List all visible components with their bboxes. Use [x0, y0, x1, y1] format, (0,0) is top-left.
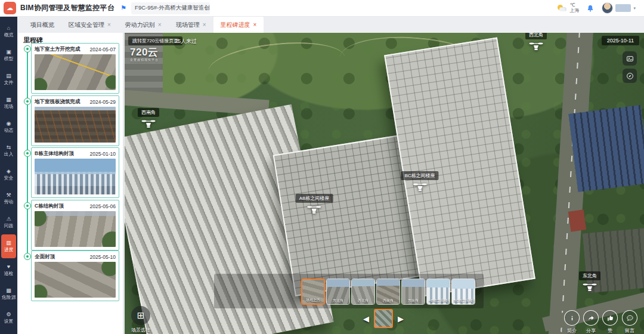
- compass-icon: [626, 72, 634, 80]
- hotspot-northeast-corner[interactable]: 东北角: [579, 271, 600, 293]
- bar-chart-icon: ▥: [6, 240, 11, 246]
- capture-date-button[interactable]: 2025-10-11: [602, 36, 639, 45]
- aerial-panorama-viewer[interactable]: 跳转至720云链接页面 25人来过 720云全景虚拟现实平台 2025-10-1…: [125, 33, 644, 334]
- hotspot-between-bc[interactable]: BC栋之间楼座: [401, 171, 438, 193]
- scene-thumb-site-top[interactable]: 场地上方: [301, 279, 325, 305]
- picture-icon: [626, 55, 634, 63]
- logo-tagline: 全景虚拟现实平台: [130, 58, 159, 61]
- site-icon: ▦: [6, 97, 11, 103]
- weather-widget[interactable]: ℃ 上海: [558, 3, 579, 13]
- tab-area-safety[interactable]: 区域安全管理×: [61, 17, 118, 33]
- timeline-dot: [24, 45, 31, 52]
- milestone-date: 2025-01-10: [90, 151, 116, 157]
- solar-panel-roof: [568, 105, 644, 192]
- sidebar-item-issues[interactable]: ⚠问题: [0, 211, 17, 234]
- sidebar-item-labor[interactable]: ⚒劳动: [0, 187, 17, 211]
- close-icon[interactable]: ×: [253, 21, 257, 28]
- shield-icon: ◈: [7, 169, 11, 174]
- milestone-date: 2024-05-07: [90, 47, 116, 52]
- scene-thumb-southwest[interactable]: 西南角: [376, 279, 400, 305]
- tab-labor-recognition[interactable]: 劳动力识别×: [118, 17, 169, 33]
- hazard-icon: ▩: [6, 288, 11, 293]
- milestone-date: 2024-05-29: [90, 99, 116, 105]
- drone-icon: [529, 42, 543, 52]
- notification-bell-icon[interactable]: [586, 4, 595, 13]
- warning-icon: ⚠: [6, 217, 11, 222]
- milestone-date: 2025-05-06: [90, 203, 116, 209]
- top-header: ☁ BIM协同管理及智慧监控平台 ⚑ F9C-95#-外高桥大健康智造创新产 ∨…: [0, 0, 644, 17]
- milestone-card[interactable]: 全面封顶2025-05-10: [31, 250, 119, 301]
- tab-project-overview[interactable]: 项目概览: [23, 17, 61, 33]
- tab-label: 里程碑进度: [221, 21, 250, 29]
- 720yun-logo: 720云全景虚拟现实平台: [130, 47, 159, 61]
- milestone-photo: [35, 159, 116, 194]
- inspection-icon: ♥: [7, 264, 10, 270]
- milestone-card[interactable]: B栋主体结构封顶2025-01-10: [31, 147, 119, 198]
- milestone-card[interactable]: C栋结构封顶2025-05-06: [31, 200, 119, 250]
- sidebar-item-progress[interactable]: ▥进度: [1, 234, 16, 258]
- prev-scene-arrow[interactable]: ◀: [363, 314, 369, 323]
- share-icon: [587, 314, 595, 322]
- user-menu[interactable]: ▾: [602, 2, 636, 14]
- sidebar-item-hazard[interactable]: ▩危险源: [0, 282, 17, 306]
- tab-label: 项目概览: [30, 21, 54, 29]
- app-title: BIM协同管理及智慧监控平台: [20, 3, 114, 13]
- home-icon: ⌂: [7, 26, 10, 31]
- sidebar-item-access[interactable]: ⇆出入: [0, 139, 17, 163]
- hotspot-northwest-corner[interactable]: 西北角: [525, 33, 547, 52]
- compass-button[interactable]: [623, 69, 637, 83]
- flag-icon: ⚑: [120, 4, 126, 12]
- scene-thumb-southeast[interactable]: 东南角: [401, 279, 425, 305]
- grid-icon: ⊞: [131, 306, 150, 325]
- sidebar-item-site[interactable]: ▦现场: [0, 91, 17, 115]
- scene-thumb-northwest[interactable]: 西北角: [351, 279, 375, 305]
- drone-icon: [583, 283, 597, 293]
- next-scene-arrow[interactable]: ▶: [398, 314, 404, 323]
- milestone-card[interactable]: 地下室土方开挖完成2024-05-07: [31, 43, 119, 94]
- screenshot-gallery-button[interactable]: [623, 51, 637, 66]
- app-logo-cloud-icon: ☁: [4, 2, 16, 14]
- milestone-title: B栋主体结构封顶: [35, 150, 74, 157]
- milestone-photo: [35, 107, 116, 143]
- thumbs-up-icon: [606, 314, 614, 322]
- milestone-title: 全面封顶: [35, 253, 55, 261]
- timeline-dot: [24, 150, 31, 157]
- close-icon[interactable]: ×: [158, 21, 162, 28]
- timeline-dot: [24, 253, 31, 260]
- sidebar-item-settings[interactable]: ⚙设置: [0, 306, 17, 330]
- scene-thumbnail-strip: 场地上方 东北角 西北角 西南角 东南角 AB栋之间楼座 BC栋之间楼座: [301, 279, 475, 305]
- sidebar-item-model[interactable]: ▣模型: [0, 44, 17, 67]
- close-icon[interactable]: ×: [107, 21, 111, 28]
- scene-select-button[interactable]: ⊞ 场景选择: [129, 306, 152, 334]
- scene-thumb-between-bc[interactable]: BC栋之间楼座: [451, 279, 475, 305]
- visitor-count: 25人来过: [175, 38, 197, 45]
- close-icon[interactable]: ×: [203, 21, 206, 28]
- milestone-date: 2025-05-10: [90, 254, 116, 260]
- sidebar-item-safety[interactable]: ◈安全: [0, 163, 17, 187]
- milestone-card[interactable]: 地下室筏板浇筑完成2024-05-29: [31, 95, 119, 146]
- hotspot-southwest-corner[interactable]: 西南角: [138, 108, 159, 129]
- project-selector[interactable]: F9C-95#-外高桥大健康智造创新产 ∨: [131, 2, 210, 14]
- current-scene-thumb[interactable]: [374, 309, 393, 328]
- scene-thumb-northeast[interactable]: 东北角: [326, 279, 350, 305]
- activity-icon: ◉: [7, 121, 11, 126]
- sidebar-item-inspection[interactable]: ♥巡检: [0, 258, 17, 282]
- weather-city: 上海: [569, 8, 579, 13]
- scene-thumb-between-ab[interactable]: AB栋之间楼座: [426, 279, 450, 305]
- timeline-dot: [24, 202, 31, 209]
- sidebar-item-files[interactable]: ▤文件: [0, 67, 17, 91]
- drone-icon: [141, 119, 156, 129]
- sidebar-item-overview[interactable]: ⌂概览: [0, 20, 17, 44]
- tab-milestone-progress[interactable]: 里程碑进度×: [213, 17, 264, 33]
- gear-icon: ⚙: [6, 312, 11, 317]
- user-avatar: [602, 2, 613, 14]
- milestone-title: C栋结构封顶: [35, 203, 64, 210]
- sidebar-item-activity[interactable]: ◉动态: [0, 115, 17, 139]
- tab-bar: 项目概览 区域安全管理× 劳动力识别× 现场管理× 里程碑进度×: [17, 17, 644, 33]
- tab-site-management[interactable]: 现场管理×: [169, 17, 213, 33]
- milestone-panel: 里程碑 地下室土方开挖完成2024-05-07 地下室筏板浇筑完成2024-05…: [18, 33, 123, 334]
- red-structure: [568, 209, 586, 231]
- hotspot-between-ab[interactable]: AB栋之间楼座: [296, 194, 333, 215]
- drone-icon: [307, 205, 321, 215]
- comment-button[interactable]: 留言: [617, 310, 643, 334]
